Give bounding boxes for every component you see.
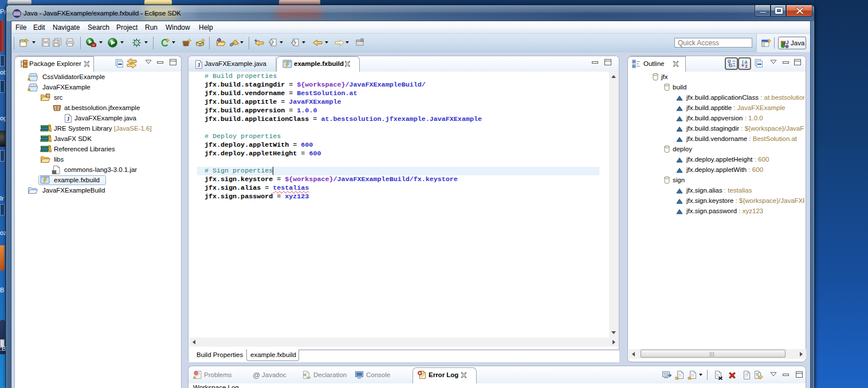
svg-text:J: J	[786, 39, 789, 45]
svg-text:J: J	[66, 115, 70, 122]
svg-text:z: z	[745, 63, 748, 68]
svg-text:J: J	[197, 61, 201, 68]
svg-text:@: @	[253, 371, 260, 379]
